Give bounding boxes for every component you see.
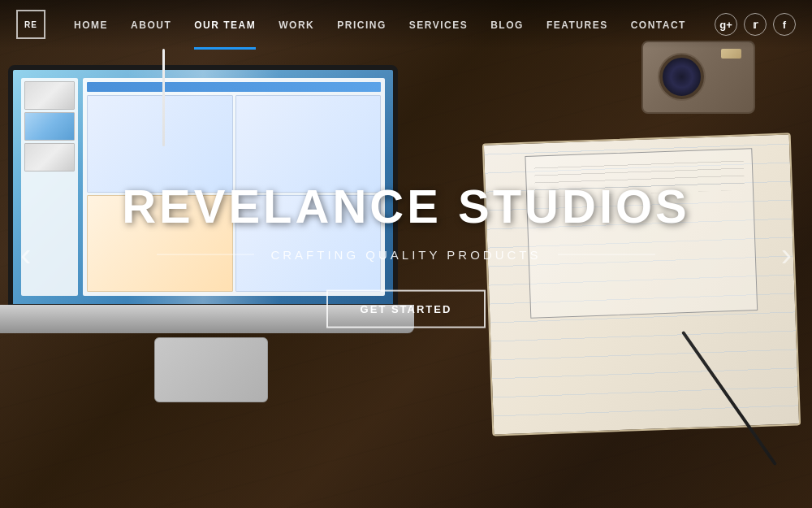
- screen-thumb-2: [24, 112, 75, 141]
- nav-item-about[interactable]: ABOUT: [131, 17, 171, 32]
- laptop-trackpad: [154, 337, 268, 402]
- hero-subtitle-wrapper: CRAFTING QUALITY PRODUCTS: [122, 248, 690, 262]
- nav-link-our-team[interactable]: OUR TEAM: [194, 20, 256, 31]
- carousel-next-button[interactable]: ›: [781, 238, 792, 271]
- nav-link-blog[interactable]: BLOG: [490, 20, 524, 31]
- nav-item-work[interactable]: WORK: [279, 17, 314, 32]
- social-twitter[interactable]: 𝕣: [744, 13, 767, 36]
- nav-link-work[interactable]: WORK: [279, 20, 314, 31]
- nav-item-contact[interactable]: CONTACT: [631, 17, 686, 32]
- social-google-plus[interactable]: g+: [715, 13, 737, 36]
- nav-item-services[interactable]: SERVICES: [409, 17, 468, 32]
- nav-link-about[interactable]: ABOUT: [131, 20, 171, 31]
- hero-subtitle: CRAFTING QUALITY PRODUCTS: [270, 248, 541, 262]
- camera-lens: [659, 54, 704, 99]
- nav-links: HOME ABOUT OUR TEAM WORK PRICING SERVICE…: [74, 17, 686, 32]
- screen-block-1: [87, 95, 233, 193]
- camera-body: [641, 41, 755, 114]
- subtitle-line-left: [157, 254, 254, 255]
- logo[interactable]: RE: [16, 10, 45, 39]
- nav-item-blog[interactable]: BLOG: [490, 17, 524, 32]
- nav-item-features[interactable]: FEATURES: [546, 17, 608, 32]
- hero-section: RE HOME ABOUT OUR TEAM WORK PRICING SERV…: [0, 0, 812, 508]
- social-facebook[interactable]: f: [773, 13, 796, 36]
- nav-link-home[interactable]: HOME: [74, 20, 108, 31]
- nav-item-pricing[interactable]: PRICING: [337, 17, 387, 32]
- screen-block-2: [235, 95, 382, 193]
- nav-link-services[interactable]: SERVICES: [409, 20, 468, 31]
- camera-decoration: [641, 41, 771, 146]
- hero-content: REVELANCE STUDIOS CRAFTING QUALITY PRODU…: [122, 180, 690, 328]
- nav-item-home[interactable]: HOME: [74, 17, 108, 32]
- screen-topbar: [87, 82, 381, 92]
- subtitle-line-right: [558, 254, 655, 255]
- carousel-prev-button[interactable]: ‹: [20, 238, 31, 271]
- nav-link-contact[interactable]: CONTACT: [631, 20, 686, 31]
- screen-thumb-1: [24, 81, 75, 110]
- cable-decoration: [162, 49, 165, 146]
- nav-link-pricing[interactable]: PRICING: [337, 20, 387, 31]
- camera-flash: [721, 49, 741, 59]
- hero-title: REVELANCE STUDIOS: [122, 180, 690, 232]
- social-links: g+ 𝕣 f: [715, 13, 796, 36]
- screen-thumb-3: [24, 143, 75, 172]
- nav-item-our-team[interactable]: OUR TEAM: [194, 17, 256, 32]
- cta-button[interactable]: GET STARTED: [326, 290, 486, 328]
- navbar: RE HOME ABOUT OUR TEAM WORK PRICING SERV…: [0, 0, 812, 49]
- nav-link-features[interactable]: FEATURES: [546, 20, 608, 31]
